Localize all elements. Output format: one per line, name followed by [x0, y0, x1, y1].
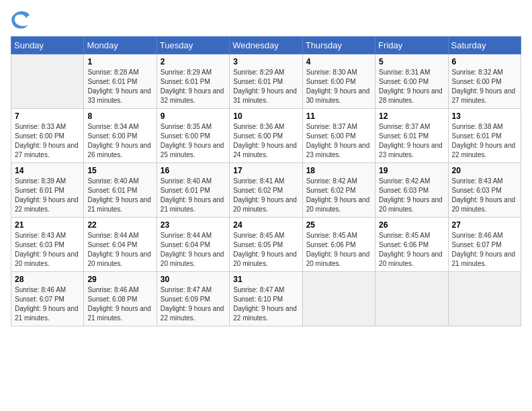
calendar-cell: 5 Sunrise: 8:31 AM Sunset: 6:00 PM Dayli… — [375, 54, 448, 109]
day-number: 20 — [452, 166, 517, 175]
calendar-cell — [448, 272, 521, 326]
day-number: 28 — [15, 275, 80, 284]
day-info: Sunrise: 8:46 AM Sunset: 6:07 PM Dayligh… — [15, 285, 80, 323]
calendar-cell: 22 Sunrise: 8:44 AM Sunset: 6:04 PM Dayl… — [84, 218, 157, 272]
day-number: 9 — [161, 111, 226, 121]
day-number: 3 — [233, 57, 298, 66]
day-number: 6 — [452, 57, 517, 66]
day-number: 2 — [161, 57, 226, 66]
calendar-cell — [302, 272, 375, 326]
day-number: 5 — [379, 57, 444, 66]
calendar-cell: 29 Sunrise: 8:46 AM Sunset: 6:08 PM Dayl… — [84, 272, 157, 326]
calendar-cell: 10 Sunrise: 8:36 AM Sunset: 6:00 PM Dayl… — [230, 109, 302, 163]
day-number: 17 — [233, 166, 298, 175]
calendar-cell: 31 Sunrise: 8:47 AM Sunset: 6:10 PM Dayl… — [230, 272, 302, 326]
header — [11, 11, 521, 30]
day-number: 19 — [379, 166, 444, 175]
day-info: Sunrise: 8:32 AM Sunset: 6:00 PM Dayligh… — [452, 68, 517, 105]
day-number: 30 — [161, 275, 226, 284]
day-info: Sunrise: 8:42 AM Sunset: 6:03 PM Dayligh… — [379, 177, 444, 214]
day-number: 15 — [87, 166, 152, 175]
calendar-cell — [11, 54, 84, 109]
header-day-tuesday: Tuesday — [157, 37, 229, 54]
day-number: 1 — [87, 57, 152, 66]
day-number: 13 — [452, 111, 517, 121]
calendar-cell: 11 Sunrise: 8:37 AM Sunset: 6:00 PM Dayl… — [302, 109, 375, 163]
day-info: Sunrise: 8:41 AM Sunset: 6:02 PM Dayligh… — [233, 177, 298, 214]
calendar-cell: 1 Sunrise: 8:28 AM Sunset: 6:01 PM Dayli… — [84, 54, 157, 109]
header-day-monday: Monday — [84, 37, 157, 54]
day-info: Sunrise: 8:33 AM Sunset: 6:00 PM Dayligh… — [15, 122, 80, 160]
day-info: Sunrise: 8:30 AM Sunset: 6:00 PM Dayligh… — [306, 68, 371, 105]
day-info: Sunrise: 8:39 AM Sunset: 6:01 PM Dayligh… — [15, 177, 80, 214]
day-info: Sunrise: 8:38 AM Sunset: 6:01 PM Dayligh… — [452, 122, 517, 160]
day-info: Sunrise: 8:43 AM Sunset: 6:03 PM Dayligh… — [15, 231, 80, 269]
calendar-cell: 15 Sunrise: 8:40 AM Sunset: 6:01 PM Dayl… — [84, 163, 157, 218]
day-number: 22 — [87, 220, 152, 230]
calendar-cell: 24 Sunrise: 8:45 AM Sunset: 6:05 PM Dayl… — [230, 218, 302, 272]
day-info: Sunrise: 8:47 AM Sunset: 6:10 PM Dayligh… — [233, 285, 298, 323]
day-number: 23 — [161, 220, 226, 230]
day-info: Sunrise: 8:35 AM Sunset: 6:00 PM Dayligh… — [161, 122, 226, 160]
week-row-2: 7 Sunrise: 8:33 AM Sunset: 6:00 PM Dayli… — [11, 109, 521, 163]
week-row-3: 14 Sunrise: 8:39 AM Sunset: 6:01 PM Dayl… — [11, 163, 521, 218]
calendar-cell: 9 Sunrise: 8:35 AM Sunset: 6:00 PM Dayli… — [157, 109, 229, 163]
day-info: Sunrise: 8:45 AM Sunset: 6:06 PM Dayligh… — [306, 231, 371, 269]
day-info: Sunrise: 8:45 AM Sunset: 6:06 PM Dayligh… — [379, 231, 444, 269]
day-info: Sunrise: 8:34 AM Sunset: 6:00 PM Dayligh… — [87, 122, 152, 160]
day-number: 29 — [87, 275, 152, 284]
day-number: 4 — [306, 57, 371, 66]
day-number: 16 — [161, 166, 226, 175]
day-number: 14 — [15, 166, 80, 175]
calendar-cell: 4 Sunrise: 8:30 AM Sunset: 6:00 PM Dayli… — [302, 54, 375, 109]
day-number: 18 — [306, 166, 371, 175]
calendar-cell: 23 Sunrise: 8:44 AM Sunset: 6:04 PM Dayl… — [157, 218, 229, 272]
header-row: SundayMondayTuesdayWednesdayThursdayFrid… — [11, 37, 521, 54]
calendar-cell: 25 Sunrise: 8:45 AM Sunset: 6:06 PM Dayl… — [302, 218, 375, 272]
calendar-cell — [375, 272, 448, 326]
day-info: Sunrise: 8:42 AM Sunset: 6:02 PM Dayligh… — [306, 177, 371, 214]
header-day-thursday: Thursday — [302, 37, 375, 54]
day-info: Sunrise: 8:36 AM Sunset: 6:00 PM Dayligh… — [233, 122, 298, 160]
day-info: Sunrise: 8:40 AM Sunset: 6:01 PM Dayligh… — [87, 177, 152, 214]
day-info: Sunrise: 8:44 AM Sunset: 6:04 PM Dayligh… — [161, 231, 226, 269]
header-day-wednesday: Wednesday — [230, 37, 302, 54]
day-number: 7 — [15, 111, 80, 121]
day-number: 24 — [233, 220, 298, 230]
day-number: 11 — [306, 111, 371, 121]
calendar-cell: 20 Sunrise: 8:43 AM Sunset: 6:03 PM Dayl… — [448, 163, 521, 218]
calendar-cell: 28 Sunrise: 8:46 AM Sunset: 6:07 PM Dayl… — [11, 272, 84, 326]
week-row-4: 21 Sunrise: 8:43 AM Sunset: 6:03 PM Dayl… — [11, 218, 521, 272]
calendar-cell: 14 Sunrise: 8:39 AM Sunset: 6:01 PM Dayl… — [11, 163, 84, 218]
calendar-cell: 3 Sunrise: 8:29 AM Sunset: 6:01 PM Dayli… — [230, 54, 302, 109]
calendar-cell: 7 Sunrise: 8:33 AM Sunset: 6:00 PM Dayli… — [11, 109, 84, 163]
day-info: Sunrise: 8:44 AM Sunset: 6:04 PM Dayligh… — [87, 231, 152, 269]
calendar-cell: 19 Sunrise: 8:42 AM Sunset: 6:03 PM Dayl… — [375, 163, 448, 218]
calendar-cell: 2 Sunrise: 8:29 AM Sunset: 6:01 PM Dayli… — [157, 54, 229, 109]
logo — [11, 11, 32, 30]
calendar-cell: 8 Sunrise: 8:34 AM Sunset: 6:00 PM Dayli… — [84, 109, 157, 163]
week-row-5: 28 Sunrise: 8:46 AM Sunset: 6:07 PM Dayl… — [11, 272, 521, 326]
day-info: Sunrise: 8:40 AM Sunset: 6:01 PM Dayligh… — [161, 177, 226, 214]
day-info: Sunrise: 8:28 AM Sunset: 6:01 PM Dayligh… — [87, 68, 152, 105]
logo-icon — [11, 11, 30, 30]
calendar-cell: 30 Sunrise: 8:47 AM Sunset: 6:09 PM Dayl… — [157, 272, 229, 326]
day-number: 25 — [306, 220, 371, 230]
calendar-cell: 16 Sunrise: 8:40 AM Sunset: 6:01 PM Dayl… — [157, 163, 229, 218]
day-info: Sunrise: 8:37 AM Sunset: 6:00 PM Dayligh… — [306, 122, 371, 160]
calendar-table: SundayMondayTuesdayWednesdayThursdayFrid… — [11, 36, 521, 326]
calendar-cell: 6 Sunrise: 8:32 AM Sunset: 6:00 PM Dayli… — [448, 54, 521, 109]
calendar-cell: 12 Sunrise: 8:37 AM Sunset: 6:01 PM Dayl… — [375, 109, 448, 163]
week-row-1: 1 Sunrise: 8:28 AM Sunset: 6:01 PM Dayli… — [11, 54, 521, 109]
day-info: Sunrise: 8:43 AM Sunset: 6:03 PM Dayligh… — [452, 177, 517, 214]
header-day-saturday: Saturday — [448, 37, 521, 54]
calendar-cell: 21 Sunrise: 8:43 AM Sunset: 6:03 PM Dayl… — [11, 218, 84, 272]
day-info: Sunrise: 8:45 AM Sunset: 6:05 PM Dayligh… — [233, 231, 298, 269]
day-info: Sunrise: 8:29 AM Sunset: 6:01 PM Dayligh… — [161, 68, 226, 105]
header-day-sunday: Sunday — [11, 37, 84, 54]
day-number: 10 — [233, 111, 298, 121]
calendar-cell: 17 Sunrise: 8:41 AM Sunset: 6:02 PM Dayl… — [230, 163, 302, 218]
calendar-cell: 26 Sunrise: 8:45 AM Sunset: 6:06 PM Dayl… — [375, 218, 448, 272]
day-number: 21 — [15, 220, 80, 230]
day-info: Sunrise: 8:31 AM Sunset: 6:00 PM Dayligh… — [379, 68, 444, 105]
